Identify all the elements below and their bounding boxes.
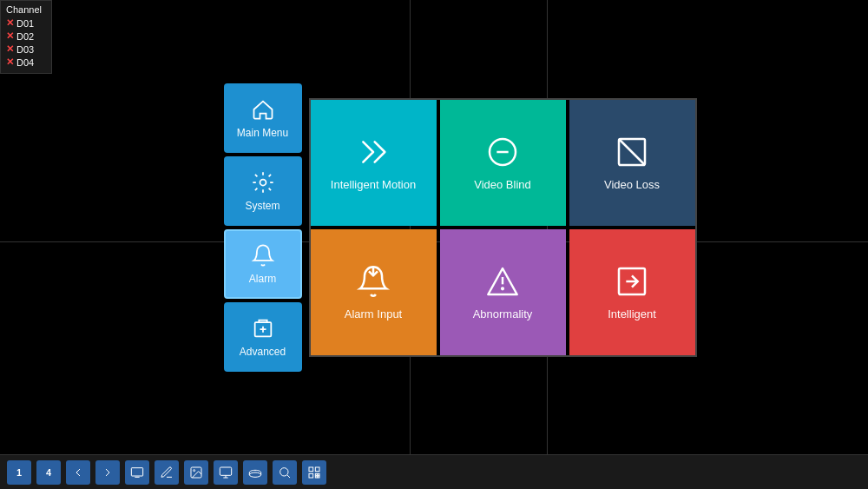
intelligent-motion-tile[interactable]: Intelligent Motion: [311, 100, 437, 226]
screen-icon: [130, 466, 144, 479]
svg-line-20: [287, 475, 290, 478]
svg-point-19: [280, 467, 288, 475]
intelligent-label: Intelligent: [608, 307, 656, 320]
taskbar-btn-monitor[interactable]: [214, 460, 238, 485]
advanced-tile[interactable]: Advanced: [224, 302, 302, 372]
monitor-icon: [219, 466, 233, 479]
ch-x-icon: ✕: [6, 17, 14, 29]
motion-icon: [356, 135, 391, 169]
svg-rect-11: [131, 467, 142, 475]
home-icon: [251, 97, 275, 122]
svg-rect-26: [315, 476, 317, 478]
system-tile[interactable]: System: [224, 156, 302, 226]
video-blind-tile[interactable]: Video Blind: [440, 100, 566, 226]
slash-box-icon: [615, 135, 649, 169]
advanced-label: Advanced: [240, 346, 286, 358]
channel-d04: ✕ D04: [6, 56, 46, 68]
forward-icon: [101, 466, 115, 479]
channel-title: Channel: [6, 4, 46, 15]
svg-rect-24: [315, 473, 317, 475]
main-menu-label: Main Menu: [237, 127, 288, 139]
taskbar-btn-image[interactable]: [184, 460, 208, 485]
main-area: Main Menu System Alarm Advanced: [52, 0, 868, 454]
taskbar-btn-pen[interactable]: [155, 460, 179, 485]
svg-rect-21: [309, 467, 313, 472]
image-icon: [189, 466, 203, 479]
main-menu-tile[interactable]: Main Menu: [224, 83, 302, 153]
channel-d01: ✕ D01: [6, 17, 46, 29]
abnormality-tile[interactable]: Abnormality: [440, 229, 566, 355]
video-loss-label: Video Loss: [604, 178, 660, 191]
abnormality-label: Abnormality: [473, 307, 533, 320]
bell-icon: [251, 243, 275, 268]
svg-rect-25: [318, 473, 319, 475]
svg-rect-27: [318, 476, 319, 478]
video-loss-tile[interactable]: Video Loss: [569, 100, 695, 226]
video-blind-label: Video Blind: [474, 178, 531, 191]
arrow-right-box-icon: [615, 264, 649, 299]
warning-icon: [485, 264, 520, 299]
pen-icon: [160, 466, 174, 479]
svg-rect-23: [309, 473, 313, 478]
gear-icon: [251, 170, 275, 195]
svg-line-5: [619, 139, 645, 165]
left-menu: Main Menu System Alarm Advanced: [224, 83, 302, 372]
taskbar-btn-qr[interactable]: [302, 460, 326, 485]
taskbar-btn-1[interactable]: 1: [7, 460, 31, 485]
taskbar-btn-4[interactable]: 4: [36, 460, 61, 485]
svg-rect-15: [220, 467, 231, 475]
ch-x-icon: ✕: [6, 56, 14, 68]
svg-point-8: [502, 287, 503, 289]
channel-d02: ✕ D02: [6, 30, 46, 42]
taskbar-btn-back[interactable]: [66, 460, 90, 485]
svg-point-14: [194, 469, 195, 471]
channel-d03: ✕ D03: [6, 43, 46, 55]
search-icon: [278, 466, 292, 479]
channel-panel: Channel ✕ D01 ✕ D02 ✕ D03 ✕ D04: [0, 0, 52, 74]
taskbar-btn-forward[interactable]: [95, 460, 120, 485]
svg-point-0: [260, 179, 266, 185]
hdd-icon: [248, 466, 262, 479]
taskbar: 1 4: [0, 454, 868, 489]
system-label: System: [245, 200, 279, 212]
taskbar-btn-search[interactable]: [273, 460, 297, 485]
alarm-tile[interactable]: Alarm: [224, 229, 302, 299]
svg-point-18: [249, 472, 260, 477]
right-grid: Intelligent Motion Video Blind Video Los…: [309, 98, 697, 357]
back-icon: [71, 466, 85, 479]
bell-down-icon: [356, 264, 391, 299]
intelligent-motion-label: Intelligent Motion: [331, 178, 416, 191]
alarm-input-tile[interactable]: Alarm Input: [311, 229, 437, 355]
alarm-label: Alarm: [249, 273, 276, 285]
minus-circle-icon: [485, 135, 520, 169]
taskbar-btn-hdd[interactable]: [243, 460, 267, 485]
qr-icon: [307, 466, 321, 479]
intelligent-tile[interactable]: Intelligent: [569, 229, 695, 355]
box-icon: [251, 316, 275, 340]
ch-x-icon: ✕: [6, 30, 14, 42]
svg-rect-22: [315, 467, 319, 472]
alarm-input-label: Alarm Input: [345, 307, 402, 320]
ch-x-icon: ✕: [6, 43, 14, 55]
taskbar-btn-screen[interactable]: [125, 460, 149, 485]
